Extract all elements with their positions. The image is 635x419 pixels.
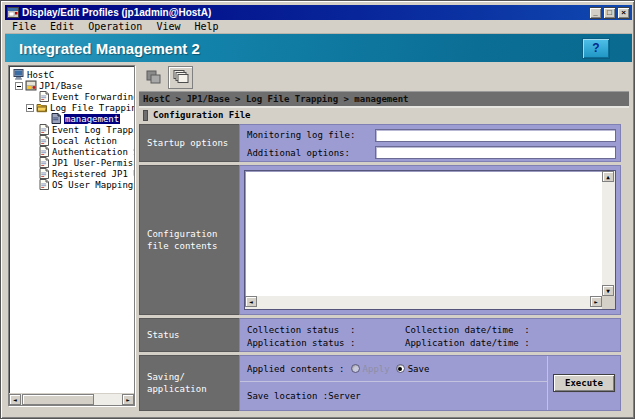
tab-label: Configuration File <box>153 110 251 120</box>
status-row-application: Application status : Application date/ti… <box>247 336 620 349</box>
sections: Startup options Monitoring log file: Add… <box>139 122 629 411</box>
close-button[interactable]: × <box>617 7 630 19</box>
tree-item-jp1-user-permission[interactable]: JP1 User-Permission <box>11 157 134 168</box>
menu-help[interactable]: Help <box>187 21 225 32</box>
applied-contents-row: Applied contents : Apply Save <box>240 356 547 382</box>
window-title: Display/Edit Profiles (jp1admin@HostA) <box>22 7 588 18</box>
tree-item-local-action[interactable]: Local Action <box>11 135 134 146</box>
scroll-down-icon[interactable]: ▼ <box>602 285 614 296</box>
profile-tree: HostC JP1/Base <box>9 66 134 190</box>
apply-radio-label[interactable]: Apply <box>363 364 390 374</box>
collapse-minus-icon[interactable] <box>26 104 34 112</box>
help-button[interactable]: ? <box>582 38 610 59</box>
breadcrumb: HostC > JP1/Base > Log File Trapping > m… <box>139 91 629 106</box>
configuration-file-contents-box: ▲ ▼ ◄ ► <box>244 170 616 310</box>
tree-item-management[interactable]: management <box>11 113 134 124</box>
collapse-minus-icon[interactable] <box>15 82 23 90</box>
collection-datetime-label: Collection date/time : <box>405 325 530 335</box>
maximize-button[interactable]: □ <box>603 7 616 19</box>
status-section: Status Collection status : Collection da… <box>139 318 621 352</box>
execute-button[interactable]: Execute <box>553 374 615 392</box>
collection-status-label: Collection status : <box>247 325 405 335</box>
additional-options-label: Additional options: <box>247 148 375 158</box>
scroll-right-icon[interactable]: ► <box>122 394 134 405</box>
scroll-left-icon[interactable]: ◄ <box>245 296 257 307</box>
document-icon <box>38 179 50 190</box>
tree-horizontal-scrollbar[interactable]: ◄ ► <box>9 393 134 405</box>
titlebar[interactable]: Display/Edit Profiles (jp1admin@HostA) _… <box>5 5 632 20</box>
app-window: Display/Edit Profiles (jp1admin@HostA) _… <box>0 0 635 419</box>
minimize-button[interactable]: _ <box>589 7 602 19</box>
banner: Integrated Management 2 ? <box>5 34 632 62</box>
computer-icon <box>13 69 25 80</box>
section-header: Configuration file contents <box>139 165 239 315</box>
selected-tree-label: management <box>64 114 120 124</box>
scrollbar-thumb[interactable] <box>22 394 94 405</box>
tree-item-authentication-server[interactable]: Authentication Serv <box>11 146 134 157</box>
section-header: Status <box>139 318 239 352</box>
document-icon <box>38 146 50 157</box>
monitoring-log-file-input[interactable] <box>375 129 616 142</box>
horizontal-scrollbar[interactable]: ◄ ► <box>245 296 602 309</box>
tree-item-event-forwarding[interactable]: Event Forwarding <box>11 91 134 102</box>
folder-open-icon <box>36 102 48 113</box>
save-location-row: Save location :Server <box>240 382 547 409</box>
detail-panel: HostC > JP1/Base > Log File Trapping > m… <box>139 63 629 411</box>
saving-main: Applied contents : Apply Save Save locat… <box>240 356 548 410</box>
vertical-scrollbar[interactable]: ▲ ▼ <box>602 171 615 296</box>
apply-radio[interactable] <box>351 364 360 373</box>
scroll-left-icon[interactable]: ◄ <box>9 394 21 405</box>
additional-options-row: Additional options: <box>247 145 616 160</box>
app-icon <box>7 7 19 18</box>
configuration-file-contents-body: ▲ ▼ ◄ ► <box>239 165 621 315</box>
saving-application-body: Applied contents : Apply Save Save locat… <box>239 355 621 411</box>
menu-file[interactable]: File <box>5 21 43 32</box>
save-radio-label[interactable]: Save <box>408 364 430 374</box>
document-icon <box>38 135 50 146</box>
tree-item-log-file-trapping[interactable]: Log File Trapping <box>11 102 134 113</box>
menubar: File Edit Operation View Help <box>5 20 632 34</box>
document-icon <box>38 168 50 179</box>
document-icon <box>38 157 50 168</box>
save-radio[interactable] <box>396 364 405 373</box>
jp1-base-icon <box>25 80 37 91</box>
radio-selected-dot <box>398 367 402 371</box>
section-header: Saving/ application <box>139 355 239 411</box>
tree-item-registered-jp1-user[interactable]: Registered JP1 User <box>11 168 134 179</box>
document-icon <box>38 124 50 135</box>
tree-item-event-log-trapping[interactable]: Event Log Trapping <box>11 124 134 135</box>
additional-options-input[interactable] <box>375 146 616 159</box>
execute-cell: Execute <box>548 356 620 410</box>
scroll-up-icon[interactable]: ▲ <box>602 171 614 182</box>
configuration-file-contents-textarea[interactable] <box>246 172 601 295</box>
saving-application-section: Saving/ application Applied contents : A… <box>139 355 621 411</box>
scrollbar-corner <box>602 296 615 309</box>
tree-item-os-user-mapping[interactable]: OS User Mapping <box>11 179 134 190</box>
status-grid: Collection status : Collection date/time… <box>240 319 620 349</box>
stacked-pages-icon-button[interactable] <box>168 66 193 89</box>
applied-contents-label: Applied contents : <box>247 364 345 374</box>
tab-marker-icon <box>143 110 148 121</box>
profile-tree-panel: HostC JP1/Base <box>8 65 135 406</box>
monitoring-log-file-label: Monitoring log file: <box>247 130 375 140</box>
stacked-pages-icon <box>172 69 190 85</box>
copy-pages-icon <box>145 69 163 85</box>
status-body: Collection status : Collection date/time… <box>239 318 621 352</box>
menu-edit[interactable]: Edit <box>43 21 81 32</box>
document-icon <box>38 91 50 102</box>
document-icon <box>50 113 62 124</box>
menu-operation[interactable]: Operation <box>81 21 149 32</box>
tree-item-hostc[interactable]: HostC <box>11 69 134 80</box>
scroll-right-icon[interactable]: ► <box>590 296 602 307</box>
monitoring-log-file-row: Monitoring log file: <box>247 128 616 143</box>
menu-view[interactable]: View <box>149 21 187 32</box>
status-row-collection: Collection status : Collection date/time… <box>247 323 620 336</box>
copy-pages-icon-button[interactable] <box>141 66 166 89</box>
tree-item-jp1-base[interactable]: JP1/Base <box>11 80 134 91</box>
toolbar <box>139 63 629 91</box>
application-status-label: Application status : <box>247 338 405 348</box>
product-title: Integrated Management 2 <box>19 40 582 57</box>
section-header: Startup options <box>139 124 239 162</box>
startup-options-section: Startup options Monitoring log file: Add… <box>139 124 621 162</box>
save-location-label: Save location :Server <box>247 391 361 401</box>
